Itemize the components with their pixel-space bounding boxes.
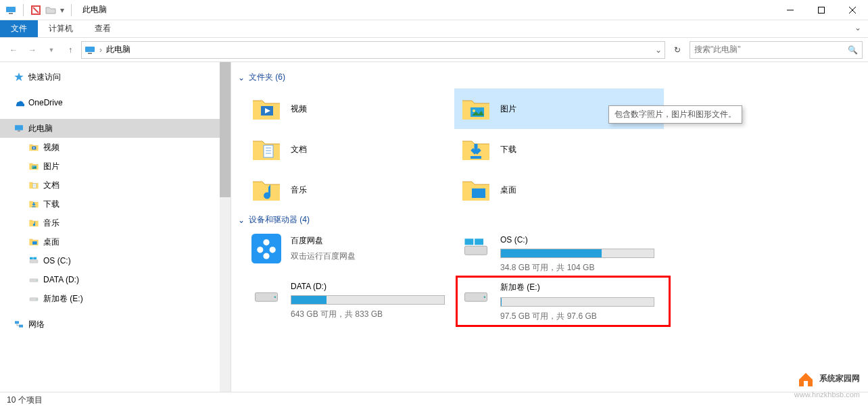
sidebar-item-label: OS (C:) — [43, 256, 71, 265]
svg-rect-14 — [30, 257, 33, 259]
drive-item[interactable]: OS (C:)34.8 GB 可用，共 104 GB — [454, 231, 664, 278]
sidebar-item-label: DATA (D:) — [43, 275, 79, 284]
address-dropdown-icon[interactable]: ⌄ — [655, 45, 662, 55]
address-bar[interactable]: › 此电脑 ⌄ — [81, 41, 665, 59]
capacity-text: 34.8 GB 可用，共 104 GB — [500, 262, 658, 274]
sidebar-item-documents[interactable]: 文档 — [0, 176, 231, 195]
drive-name: OS (C:) — [500, 235, 658, 245]
capacity-bar — [291, 295, 445, 305]
folder-label: 图片 — [500, 103, 516, 115]
pictures-icon — [28, 161, 39, 172]
drive-item[interactable]: 百度网盘双击运行百度网盘 — [245, 231, 454, 278]
svg-point-31 — [263, 253, 269, 259]
folder-videos[interactable]: 视频 — [245, 88, 454, 129]
sidebar-item-drive[interactable]: 新加卷 (E:) — [0, 289, 231, 308]
documents-icon — [250, 133, 283, 165]
drive-icon — [250, 282, 283, 309]
scrollbar-thumb[interactable] — [220, 62, 231, 197]
tab-file[interactable]: 文件 — [0, 20, 38, 37]
back-button[interactable]: ← — [5, 42, 22, 58]
forward-button[interactable]: → — [24, 42, 41, 58]
drive-item[interactable]: DATA (D:)643 GB 可用，共 833 GB — [245, 278, 454, 326]
documents-icon — [28, 180, 39, 190]
minimize-button[interactable] — [775, 0, 806, 20]
sidebar-item-downloads[interactable]: 下载 — [0, 195, 231, 213]
sidebar-item-drive-win[interactable]: OS (C:) — [0, 251, 231, 270]
pictures-icon — [460, 93, 492, 125]
desktop-icon — [460, 174, 492, 206]
up-button[interactable]: ↑ — [62, 42, 78, 58]
svg-point-10 — [32, 166, 33, 167]
folder-label: 桌面 — [500, 184, 516, 196]
tab-computer[interactable]: 计算机 — [38, 20, 84, 37]
qat-dropdown-icon[interactable]: ▾ — [60, 5, 64, 15]
watermark: 系统家园网 — [796, 369, 860, 388]
drive-icon — [28, 293, 39, 304]
window-controls — [775, 0, 868, 20]
refresh-button[interactable]: ↻ — [668, 42, 687, 58]
svg-point-28 — [263, 239, 269, 245]
drive-name: DATA (D:) — [291, 282, 449, 291]
sidebar-item-network[interactable]: 网络 — [0, 315, 231, 334]
properties-icon[interactable] — [30, 5, 41, 16]
capacity-text: 643 GB 可用，共 833 GB — [291, 309, 449, 320]
sidebar-item-label: 视频 — [43, 142, 59, 153]
sidebar-item-label: 此电脑 — [28, 123, 53, 134]
group-title: 设备和驱动器 (4) — [249, 214, 310, 226]
svg-point-24 — [473, 109, 475, 112]
group-devices[interactable]: ⌄ 设备和驱动器 (4) — [238, 214, 864, 226]
tab-label: 计算机 — [49, 23, 73, 34]
sidebar-item-label: 图片 — [43, 161, 59, 172]
folder-icon[interactable] — [45, 5, 56, 16]
group-folders[interactable]: ⌄ 文件夹 (6) — [238, 72, 864, 83]
sidebar-item-drive[interactable]: DATA (D:) — [0, 270, 231, 289]
sidebar-item-onedrive[interactable]: OneDrive — [0, 93, 231, 112]
svg-point-29 — [257, 247, 263, 253]
close-button[interactable] — [837, 0, 868, 20]
group-title: 文件夹 (6) — [249, 72, 285, 83]
chevron-down-icon: ⌄ — [238, 73, 245, 82]
sidebar-item-pictures[interactable]: 图片 — [0, 157, 231, 176]
sidebar-item-label: 新加卷 (E:) — [43, 293, 83, 305]
tab-view[interactable]: 查看 — [84, 20, 122, 37]
svg-rect-34 — [475, 238, 483, 245]
search-placeholder: 搜索"此电脑" — [694, 44, 741, 55]
ribbon-expand-icon[interactable]: ⌄ — [854, 23, 861, 32]
svg-rect-13 — [30, 260, 38, 263]
svg-rect-0 — [6, 7, 16, 12]
breadcrumb[interactable]: 此电脑 — [106, 44, 130, 55]
search-input[interactable]: 搜索"此电脑" 🔍 — [690, 41, 863, 59]
tab-label: 文件 — [11, 23, 27, 34]
svg-rect-39 — [804, 381, 808, 386]
folder-label: 文档 — [291, 144, 307, 155]
star-icon — [14, 72, 24, 82]
sidebar-item-desktop[interactable]: 桌面 — [0, 232, 231, 251]
downloads-icon — [28, 199, 39, 209]
onedrive-icon — [14, 97, 24, 108]
search-icon: 🔍 — [848, 45, 858, 55]
svg-rect-7 — [18, 130, 20, 131]
tab-label: 查看 — [95, 23, 111, 34]
sidebar-item-pc[interactable]: 此电脑 — [0, 119, 231, 138]
sidebar-item-videos[interactable]: 视频 — [0, 138, 231, 157]
maximize-button[interactable] — [806, 0, 837, 20]
highlight-annotation — [456, 276, 671, 327]
folder-music[interactable]: 音乐 — [245, 170, 454, 210]
sidebar-item-music[interactable]: 音乐 — [0, 213, 231, 232]
sidebar-item-label: 下载 — [43, 199, 59, 210]
sidebar-item-label: 网络 — [28, 319, 45, 330]
sidebar-item-label: 快速访问 — [28, 72, 61, 83]
music-icon — [250, 174, 283, 206]
recent-dropdown[interactable]: ▼ — [43, 42, 59, 58]
drive-win-icon — [28, 255, 39, 266]
downloads-icon — [460, 133, 492, 165]
sidebar-item-star[interactable]: 快速访问 — [0, 68, 231, 86]
folder-downloads[interactable]: 下载 — [454, 129, 664, 170]
svg-rect-32 — [465, 246, 487, 255]
folder-desktop[interactable]: 桌面 — [454, 170, 664, 210]
quick-access-toolbar: ▾ 此电脑 — [0, 4, 107, 16]
house-icon — [796, 369, 815, 388]
separator — [71, 4, 72, 16]
svg-rect-15 — [33, 257, 37, 259]
folder-documents[interactable]: 文档 — [245, 129, 454, 170]
